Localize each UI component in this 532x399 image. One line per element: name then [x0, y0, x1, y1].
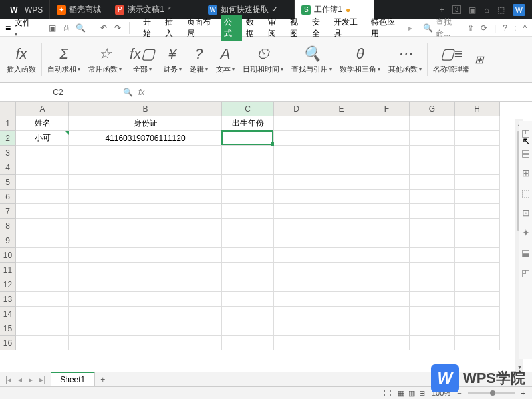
cell-C9[interactable]: [222, 233, 274, 248]
tool-名称管理器[interactable]: ▢≡名称管理器: [429, 40, 473, 80]
select-all-corner[interactable]: [0, 102, 16, 116]
panel-icon-5[interactable]: ⊡: [522, 207, 530, 218]
col-header-C[interactable]: C: [222, 102, 274, 116]
col-header-G[interactable]: G: [410, 102, 455, 116]
panel-icon-2[interactable]: ▤: [521, 148, 530, 158]
cell-A14[interactable]: [16, 307, 69, 321]
row-header-7[interactable]: 7: [0, 204, 16, 219]
cell-B4[interactable]: [69, 160, 222, 175]
cell-G3[interactable]: [410, 146, 455, 160]
app-logo-tab[interactable]: W WPS: [0, 0, 50, 19]
row-header-10[interactable]: 10: [0, 248, 16, 263]
tool-常用函数[interactable]: ☆常用函数▾: [84, 40, 126, 80]
cell-G12[interactable]: [410, 277, 455, 292]
cell-H1[interactable]: [455, 116, 500, 131]
cell-H16[interactable]: [455, 336, 500, 350]
cell-H3[interactable]: [455, 146, 500, 160]
cell-A4[interactable]: [16, 160, 69, 175]
cell-C6[interactable]: [222, 190, 274, 204]
view-page-icon[interactable]: ▥: [408, 389, 415, 398]
cell-D12[interactable]: [274, 277, 319, 292]
cell-A10[interactable]: [16, 248, 69, 263]
cell-D11[interactable]: [274, 263, 319, 277]
cell-F1[interactable]: [364, 116, 410, 131]
cell-C8[interactable]: [222, 219, 274, 233]
sheet-next-icon[interactable]: ▸: [26, 375, 35, 384]
cell-H9[interactable]: [455, 233, 500, 248]
cell-D1[interactable]: [274, 116, 319, 131]
cell-B16[interactable]: [69, 336, 222, 350]
cell-C3[interactable]: [222, 146, 274, 160]
row-header-13[interactable]: 13: [0, 292, 16, 307]
ribbon-toggle-icon[interactable]: ^: [523, 23, 527, 33]
cell-H11[interactable]: [455, 263, 500, 277]
cell-G9[interactable]: [410, 233, 455, 248]
theme-icon[interactable]: ⬚: [497, 5, 505, 15]
row-header-16[interactable]: 16: [0, 336, 16, 350]
cell-G5[interactable]: [410, 175, 455, 190]
cell-H8[interactable]: [455, 219, 500, 233]
panel-icon-4[interactable]: ⬚: [521, 188, 530, 198]
cell-A9[interactable]: [16, 233, 69, 248]
cell-D15[interactable]: [274, 321, 319, 336]
cell-B2[interactable]: 411603198706111120: [69, 131, 222, 146]
cell-H15[interactable]: [455, 321, 500, 336]
cell-G2[interactable]: [410, 131, 455, 146]
cell-G15[interactable]: [410, 321, 455, 336]
cell-B9[interactable]: [69, 233, 222, 248]
cell-B15[interactable]: [69, 321, 222, 336]
spreadsheet-grid[interactable]: ABCDEFGH 12345678910111213141516 姓名身份证出生…: [0, 102, 532, 354]
cell-A12[interactable]: [16, 277, 69, 292]
cell-D4[interactable]: [274, 160, 319, 175]
cell-A15[interactable]: [16, 321, 69, 336]
cell-H6[interactable]: [455, 190, 500, 204]
home-icon[interactable]: ⌂: [484, 5, 489, 15]
collapse-ribbon-icon[interactable]: :: [514, 23, 516, 33]
cell-F4[interactable]: [364, 160, 410, 175]
cell-G1[interactable]: [410, 116, 455, 131]
cell-D14[interactable]: [274, 307, 319, 321]
view-normal-icon[interactable]: ▦: [398, 389, 404, 398]
cell-F12[interactable]: [364, 277, 410, 292]
cell-C7[interactable]: [222, 204, 274, 219]
cell-A6[interactable]: [16, 190, 69, 204]
name-box[interactable]: C2: [0, 83, 116, 101]
cell-F2[interactable]: [364, 131, 410, 146]
cell-E15[interactable]: [319, 321, 364, 336]
cell-C16[interactable]: [222, 336, 274, 350]
cell-F8[interactable]: [364, 219, 410, 233]
cell-E11[interactable]: [319, 263, 364, 277]
cell-G6[interactable]: [410, 190, 455, 204]
view-break-icon[interactable]: ⊞: [419, 389, 425, 398]
cell-E12[interactable]: [319, 277, 364, 292]
ribbon-tab-0[interactable]: 开始: [140, 15, 161, 41]
row-header-14[interactable]: 14: [0, 307, 16, 321]
sheet-tab-active[interactable]: Sheet1: [51, 372, 95, 386]
cell-F5[interactable]: [364, 175, 410, 190]
cell-B5[interactable]: [69, 175, 222, 190]
cell-F9[interactable]: [364, 233, 410, 248]
cell-F16[interactable]: [364, 336, 410, 350]
cell-F13[interactable]: [364, 292, 410, 307]
col-header-E[interactable]: E: [319, 102, 364, 116]
cell-E5[interactable]: [319, 175, 364, 190]
cell-F3[interactable]: [364, 146, 410, 160]
new-tab-button[interactable]: +: [440, 5, 444, 15]
tool-全部[interactable]: fx▢全部▾: [126, 40, 159, 80]
row-header-8[interactable]: 8: [0, 219, 16, 233]
panel-icon-1[interactable]: ◳: [521, 128, 530, 138]
cell-D3[interactable]: [274, 146, 319, 160]
row-header-4[interactable]: 4: [0, 160, 16, 175]
cell-B10[interactable]: [69, 248, 222, 263]
cell-A13[interactable]: [16, 292, 69, 307]
undo-icon[interactable]: ↶: [98, 22, 109, 34]
cell-A16[interactable]: [16, 336, 69, 350]
save-icon[interactable]: ▣: [47, 22, 58, 34]
cell-C1[interactable]: 出生年份: [222, 116, 274, 131]
cell-C13[interactable]: [222, 292, 274, 307]
cell-E8[interactable]: [319, 219, 364, 233]
cell-E3[interactable]: [319, 146, 364, 160]
row-header-2[interactable]: 2: [0, 131, 16, 146]
tool-数学和三角[interactable]: θ数学和三角▾: [336, 40, 384, 80]
tool-插入函数[interactable]: fx插入函数: [3, 40, 40, 80]
